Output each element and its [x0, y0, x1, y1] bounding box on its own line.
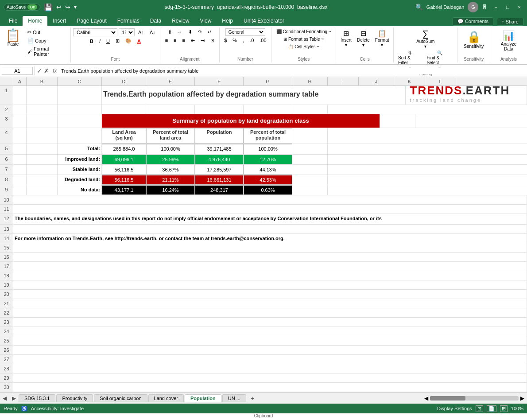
align-center-btn[interactable]: ≡ — [171, 37, 178, 44]
wrap-text-btn[interactable]: ↵ — [205, 28, 214, 36]
cell-f7[interactable]: 17,285,597 — [195, 165, 244, 175]
cell-a4[interactable] — [13, 128, 27, 144]
insert-dropdown[interactable]: ▾ — [345, 43, 347, 47]
comments-btn[interactable]: 💬 Comments — [453, 17, 493, 26]
rotate-text-btn[interactable]: ↷ — [196, 28, 204, 36]
comma-btn[interactable]: , — [240, 37, 246, 44]
cell-e8[interactable]: 21.11% — [146, 175, 195, 185]
cell-c7-label[interactable]: Stable land: — [58, 165, 102, 175]
cell-a1[interactable] — [13, 86, 27, 105]
cell-c1[interactable] — [58, 86, 102, 105]
cell-b7[interactable] — [27, 165, 58, 175]
cell-a5[interactable] — [13, 144, 27, 154]
search-icon[interactable]: 🔍 — [415, 4, 423, 11]
cell-styles-btn[interactable]: 📋 Cell Styles ~ — [286, 43, 322, 50]
cell-g7[interactable]: 44.13% — [244, 165, 292, 175]
cell-b4[interactable] — [27, 128, 58, 144]
analyze-data-btn[interactable]: 📊 Analyze Data — [493, 28, 524, 53]
cell-g8[interactable]: 42.53% — [244, 175, 292, 185]
sheet-tab-sdg[interactable]: SDG 15.3.1 — [19, 394, 55, 402]
dec-decimal-btn[interactable]: .00 — [257, 37, 268, 44]
page-break-btn[interactable]: ⊞ — [500, 405, 508, 412]
cell-h9[interactable] — [292, 185, 328, 195]
format-dropdown[interactable]: ▾ — [381, 43, 383, 47]
font-name-select[interactable]: Calibri — [73, 28, 117, 36]
cell-c8-label[interactable]: Degraded land: — [58, 175, 102, 185]
maximize-btn[interactable]: □ — [504, 4, 512, 11]
cell-g5[interactable]: 100.00% — [244, 144, 292, 154]
cell-b3[interactable] — [27, 114, 58, 128]
cell-c4[interactable] — [58, 128, 102, 144]
cell-d2[interactable] — [102, 105, 146, 114]
add-sheet-btn[interactable]: + — [247, 394, 258, 403]
page-layout-btn[interactable]: 📄 — [487, 405, 496, 412]
cell-a3[interactable] — [13, 114, 27, 128]
tab-help[interactable]: Help — [217, 16, 238, 26]
col-header-d[interactable]: D — [102, 77, 146, 86]
delete-cells-btn[interactable]: ⊟ Delete ▾ — [355, 28, 372, 48]
cell-b9[interactable] — [27, 185, 58, 195]
cell-a2[interactable] — [13, 105, 27, 114]
cell-h7[interactable] — [292, 165, 328, 175]
align-right-btn[interactable]: ≡ — [180, 37, 187, 44]
cell-a8[interactable] — [13, 175, 27, 185]
tab-home[interactable]: Home — [23, 16, 47, 26]
align-left-btn[interactable]: ≡ — [163, 37, 170, 44]
cell-f2[interactable] — [195, 105, 244, 114]
underline-button[interactable]: U — [104, 38, 112, 45]
sheet-nav-left[interactable]: ◀ — [0, 394, 9, 402]
cell-c3[interactable] — [58, 114, 102, 128]
increase-indent-btn[interactable]: ⇥ — [198, 37, 207, 44]
ribbon-display-icon[interactable]: 🎚 — [482, 4, 488, 11]
format-painter-button[interactable]: 🖌 Format Painter — [25, 45, 68, 58]
sheet-tab-land[interactable]: Land cover — [148, 394, 184, 402]
col-header-i[interactable]: I — [328, 77, 359, 86]
tab-insert[interactable]: Insert — [47, 16, 71, 26]
cell-b6[interactable] — [27, 155, 58, 164]
cell-d7[interactable]: 56,116.5 — [102, 165, 146, 175]
cell-b5[interactable] — [27, 144, 58, 154]
cell-e9[interactable]: 16.24% — [146, 185, 195, 195]
cell-13[interactable] — [13, 225, 527, 233]
decrease-font-btn[interactable]: A↓ — [147, 29, 158, 36]
cell-h3[interactable] — [380, 114, 415, 128]
cell-11[interactable] — [13, 205, 527, 214]
tab-formulas[interactable]: Formulas — [112, 16, 145, 26]
font-color-button[interactable]: A — [135, 38, 143, 45]
conditional-formatting-btn[interactable]: ⬛ Conditional Formatting ~ — [274, 28, 333, 35]
italic-button[interactable]: I — [97, 38, 103, 45]
accessibility-text[interactable]: Accessibility: Investigate — [31, 406, 84, 411]
cell-e7[interactable]: 36.67% — [146, 165, 195, 175]
display-settings-btn[interactable]: Display Settings — [437, 406, 472, 411]
share-btn[interactable]: ↑ Share — [497, 18, 523, 26]
cell-a7[interactable] — [13, 165, 27, 175]
cell-c2[interactable] — [58, 105, 102, 114]
sensitivity-btn[interactable]: 🔒 Sensitivity — [460, 28, 487, 51]
cell-b1[interactable] — [27, 86, 58, 105]
col-header-c[interactable]: C — [58, 77, 102, 86]
currency-btn[interactable]: $ — [222, 37, 229, 44]
inc-decimal-btn[interactable]: .0 — [248, 37, 256, 44]
autosum-btn[interactable]: ∑ AutoSum ▾ — [415, 28, 436, 49]
increase-font-btn[interactable]: A↑ — [136, 29, 146, 36]
formula-input[interactable] — [60, 67, 525, 74]
tab-file[interactable]: File — [4, 16, 23, 26]
horizontal-scrollbar-thumb[interactable] — [430, 396, 465, 401]
cell-d8[interactable]: 56,116.5 — [102, 175, 146, 185]
close-btn[interactable]: × — [515, 4, 523, 11]
cell-reference-box[interactable] — [2, 67, 33, 75]
cell-h6[interactable] — [292, 155, 328, 164]
border-button[interactable]: ⊞ — [113, 37, 122, 45]
cell-e6[interactable]: 25.99% — [146, 155, 195, 164]
cell-d5[interactable]: 265,884.0 — [102, 144, 146, 154]
cell-b8[interactable] — [27, 175, 58, 185]
cell-g9[interactable]: 0.63% — [244, 185, 292, 195]
sheet-tab-un[interactable]: UN ... — [222, 394, 246, 402]
copy-button[interactable]: 📄 Copy — [25, 37, 68, 44]
cell-h4[interactable] — [292, 128, 328, 144]
col-header-h[interactable]: H — [292, 77, 328, 86]
cell-10[interactable] — [13, 195, 527, 204]
col-header-l[interactable]: L — [425, 77, 456, 86]
col-header-e[interactable]: E — [146, 77, 195, 86]
cell-h8[interactable] — [292, 175, 328, 185]
